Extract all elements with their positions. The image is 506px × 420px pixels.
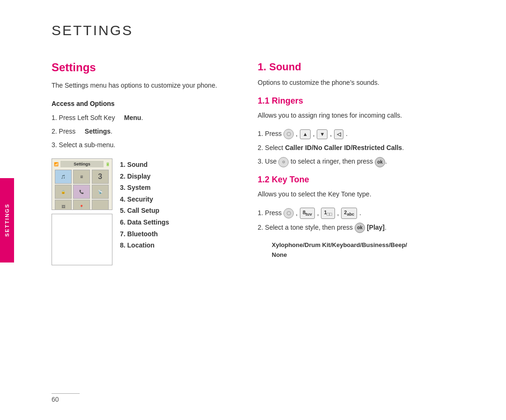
phone-screen: 📶 Settings 🔋 🎵 🖥 3 🔒 📞 📡 🖼 bbox=[52, 158, 112, 210]
keytone-desc: Allows you to select the Key Tone type. bbox=[258, 189, 483, 199]
icon-8: 📍 bbox=[73, 200, 90, 210]
step-3-text: 3. Select a sub-menu. bbox=[52, 141, 115, 149]
ringers-steps: 1. Press ◯ , ▲ , ▼ , ◁ . 2. Select Calle… bbox=[258, 129, 483, 167]
left-section-desc: The Settings menu has options to customi… bbox=[52, 81, 230, 90]
menu-item-1: 1. Sound bbox=[120, 160, 169, 170]
step-3: 3. Select a sub-menu. bbox=[52, 140, 230, 150]
key-1: 1□□ bbox=[321, 208, 335, 219]
page-divider bbox=[52, 393, 80, 394]
left-column: Settings The Settings menu has options t… bbox=[52, 61, 230, 265]
step-1-bold: Menu bbox=[124, 114, 141, 121]
keytone-step-2: 2. Select a tone style, then press ok [P… bbox=[258, 223, 483, 233]
step-1-text: 1. Press Left Soft Key Menu. bbox=[52, 114, 143, 121]
access-heading: Access and Options bbox=[52, 100, 230, 107]
nav-circle-icon: ◯ bbox=[283, 129, 294, 139]
keytone-steps: 1. Press ◯ , 8tuv , 1□□ , 2abc . 2. Sele… bbox=[258, 208, 483, 233]
menu-item-8: 8. Location bbox=[120, 241, 169, 250]
caller-id-text: Caller ID/No Caller ID/Restricted Calls bbox=[285, 144, 402, 151]
icon-7: 🖼 bbox=[55, 200, 72, 210]
key-8tuv: 8tuv bbox=[300, 208, 315, 219]
sidebar-tab-label: SETTINGS bbox=[4, 203, 10, 237]
icon-2: 🖥 bbox=[73, 170, 90, 184]
keytone-step-1: 1. Press ◯ , 8tuv , 1□□ , 2abc . bbox=[258, 208, 483, 219]
sidebar-tab: SETTINGS bbox=[0, 178, 14, 262]
key-2abc: 2abc bbox=[341, 208, 357, 219]
right-section-heading: 1. Sound bbox=[258, 61, 483, 73]
keytone-heading: 1.2 Key Tone bbox=[258, 175, 483, 185]
menu-item-7: 7. Bluetooth bbox=[120, 230, 169, 239]
icon-3: 3 bbox=[92, 170, 109, 184]
icon-6: 📡 bbox=[92, 185, 109, 199]
step-2-bold: Settings bbox=[85, 128, 111, 135]
menu-list: 1. Sound 2. Display 3. System 4. Securit… bbox=[120, 160, 169, 253]
right-section-desc: Options to customize the phone’s sounds. bbox=[258, 78, 483, 88]
ringers-desc: Allows you to assign ring tones for inco… bbox=[258, 111, 483, 120]
phone-screen-title: Settings bbox=[60, 161, 104, 167]
menu-item-4: 4. Security bbox=[120, 195, 169, 204]
content-area: Settings The Settings menu has options t… bbox=[52, 61, 483, 265]
phone-screen-icons: 🎵 🖥 3 🔒 📞 📡 🖼 📍 bbox=[54, 169, 110, 210]
ringers-step-2: 2. Select Caller ID/No Caller ID/Restric… bbox=[258, 143, 483, 153]
tone-list: Xylophone/Drum Kit/Keyboard/Business/Bee… bbox=[272, 240, 483, 260]
sub-box bbox=[52, 214, 112, 265]
right-column: 1. Sound Options to customize the phone’… bbox=[258, 61, 483, 265]
step-2: 2. Press Settings. bbox=[52, 127, 230, 136]
step-1: 1. Press Left Soft Key Menu. bbox=[52, 113, 230, 123]
ok-btn-2: ok bbox=[355, 223, 365, 233]
step-list: 1. Press Left Soft Key Menu. 2. Press Se… bbox=[52, 113, 230, 150]
icon-4: 🔒 bbox=[55, 185, 72, 199]
phone-image-container: 📶 Settings 🔋 🎵 🖥 3 🔒 📞 📡 🖼 bbox=[52, 158, 112, 265]
nav-select-icon: ⊙ bbox=[278, 157, 289, 167]
key-down: ▼ bbox=[317, 129, 327, 139]
page-title: SETTINGS bbox=[52, 22, 506, 38]
step-2-text: 2. Press Settings. bbox=[52, 128, 112, 135]
page-number: 60 bbox=[52, 396, 59, 403]
ok-btn-1: ok bbox=[375, 157, 385, 167]
key-up: ▲ bbox=[300, 129, 311, 139]
icon-5: 📞 bbox=[73, 185, 90, 199]
key-left: ◁ bbox=[334, 129, 343, 139]
ringers-step-1: 1. Press ◯ , ▲ , ▼ , ◁ . bbox=[258, 129, 483, 139]
page-title-bar: SETTINGS bbox=[52, 22, 506, 38]
nav-circle-2-icon: ◯ bbox=[283, 208, 294, 218]
tone-list-text: Xylophone/Drum Kit/Keyboard/Business/Bee… bbox=[272, 240, 483, 260]
ringers-step-3: 3. Use ⊙ to select a ringer, then press … bbox=[258, 157, 483, 167]
ringers-heading: 1.1 Ringers bbox=[258, 96, 483, 106]
menu-item-2: 2. Display bbox=[120, 172, 169, 181]
menu-item-5: 5. Call Setup bbox=[120, 206, 169, 216]
play-label: [Play] bbox=[367, 224, 385, 231]
icon-9 bbox=[92, 200, 109, 210]
icon-1: 🎵 bbox=[55, 170, 72, 184]
menu-item-3: 3. System bbox=[120, 183, 169, 193]
left-section-heading: Settings bbox=[52, 61, 230, 74]
menu-item-6: 6. Data Settings bbox=[120, 218, 169, 227]
